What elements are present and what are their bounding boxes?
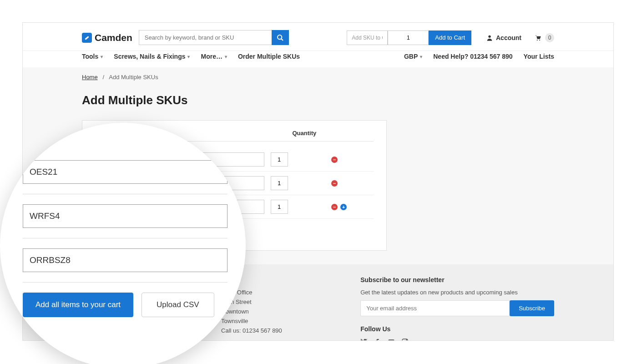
info-list: Head Office Main Street Downtown Townsvi…	[221, 289, 342, 334]
mag-sku-input[interactable]	[23, 160, 228, 184]
logo[interactable]: Camden	[82, 32, 132, 43]
qty-field[interactable]	[271, 176, 288, 190]
info-line: Call us: 01234 567 890	[221, 327, 342, 334]
logo-text: Camden	[95, 32, 132, 43]
svg-point-0	[278, 35, 282, 39]
chevron-down-icon: ▾	[187, 54, 190, 59]
breadcrumb-home[interactable]: Home	[82, 74, 98, 81]
currency-select[interactable]: GBP▾	[404, 53, 422, 60]
info-line: Townsville	[221, 318, 342, 324]
add-all-button[interactable]: Add all items to your cart	[23, 293, 133, 317]
user-icon	[486, 34, 493, 41]
add-row-button[interactable]: +	[340, 204, 347, 210]
qty-field[interactable]	[271, 152, 288, 167]
cart-count: 0	[545, 33, 554, 42]
mag-sku-input[interactable]	[23, 248, 228, 272]
breadcrumb-current: Add Multiple SKUs	[109, 74, 158, 81]
newsletter-email-input[interactable]	[360, 300, 510, 316]
mag-row	[23, 238, 228, 283]
cart-icon	[534, 34, 541, 41]
facebook-icon[interactable]	[374, 338, 381, 341]
svg-line-1	[281, 39, 283, 40]
svg-rect-5	[389, 339, 394, 341]
sku-quick-add: Add to Cart	[347, 30, 471, 45]
upload-csv-button[interactable]: Upload CSV	[142, 293, 214, 317]
qty-field[interactable]	[271, 200, 288, 214]
newsletter-title: Subscribe to our newsletter	[360, 276, 554, 283]
account-label: Account	[496, 34, 521, 41]
info-line: Head Office	[221, 289, 342, 296]
twitter-icon[interactable]	[360, 338, 368, 341]
search-form	[139, 30, 289, 45]
your-lists-link[interactable]: Your Lists	[524, 53, 554, 60]
nav-tools[interactable]: Tools▾	[82, 53, 103, 60]
remove-row-button[interactable]: −	[331, 204, 338, 210]
nav-screws[interactable]: Screws, Nails & Fixings▾	[114, 53, 190, 60]
instagram-icon[interactable]	[401, 338, 409, 341]
mag-row	[23, 194, 228, 238]
svg-point-4	[539, 40, 540, 40]
nav-more[interactable]: More…▾	[201, 53, 227, 60]
newsletter-sub: Get the latest updates on new products a…	[360, 289, 554, 296]
breadcrumb: Home / Add Multiple SKUs	[23, 67, 613, 87]
page-title: Add Multiple SKUs	[82, 93, 554, 107]
sku-input[interactable]	[347, 30, 388, 45]
remove-row-button[interactable]: −	[331, 157, 338, 163]
svg-point-8	[404, 340, 406, 341]
chevron-down-icon: ▾	[225, 54, 227, 59]
search-input[interactable]	[139, 30, 272, 45]
help-link[interactable]: Need Help? 01234 567 890	[433, 53, 512, 60]
mag-row	[23, 150, 228, 194]
nav-order-multiple[interactable]: Order Multiple SKUs	[238, 53, 300, 60]
topbar: Camden Add to Cart Account 0	[23, 23, 613, 51]
mag-sku-input[interactable]	[23, 204, 228, 228]
chevron-down-icon: ▾	[101, 54, 103, 59]
info-line: Main Street	[221, 298, 342, 305]
account-link[interactable]: Account	[486, 34, 521, 41]
search-icon	[277, 34, 284, 41]
cart-link[interactable]: 0	[534, 33, 554, 42]
svg-point-3	[537, 40, 538, 40]
svg-point-9	[406, 340, 407, 340]
svg-point-2	[488, 35, 490, 37]
subscribe-button[interactable]: Subscribe	[510, 300, 554, 316]
follow-title: Follow Us	[360, 325, 554, 333]
add-to-cart-button[interactable]: Add to Cart	[429, 30, 471, 45]
search-button[interactable]	[272, 30, 289, 45]
youtube-icon[interactable]	[388, 338, 395, 341]
chevron-down-icon: ▾	[420, 54, 422, 59]
navbar: Tools▾ Screws, Nails & Fixings▾ More…▾ O…	[23, 51, 613, 67]
magnifier-overlay: Add all items to your cart Upload CSV	[0, 123, 246, 364]
info-line: Downtown	[221, 308, 342, 315]
col-header-qty: Quantity	[293, 130, 374, 136]
logo-icon	[82, 33, 92, 43]
sku-qty-input[interactable]	[388, 30, 429, 45]
remove-row-button[interactable]: −	[331, 180, 338, 187]
